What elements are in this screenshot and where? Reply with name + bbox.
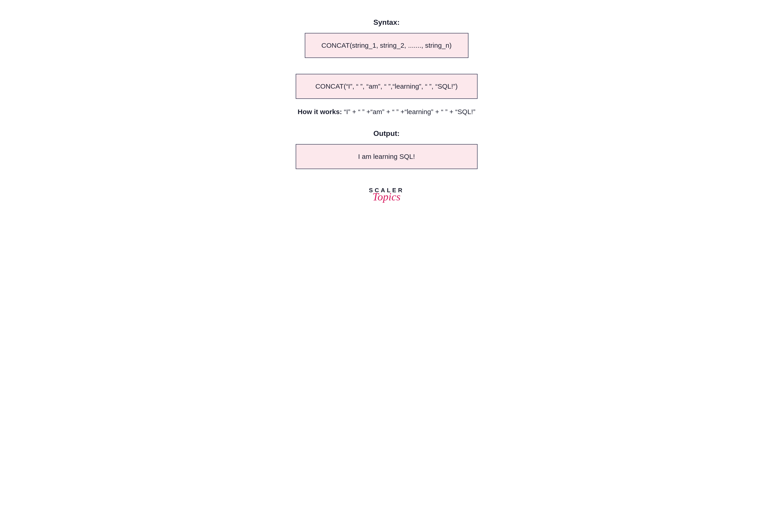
- example-box: CONCAT(“I”, “ ”, “am”, “ ”,“learning”, “…: [296, 74, 478, 99]
- logo-topics-text: Topics: [373, 191, 401, 202]
- syntax-heading: Syntax:: [373, 18, 400, 27]
- syntax-box: CONCAT(string_1, string_2, ......., stri…: [305, 33, 468, 58]
- how-it-works-line: How it works: “I” + “ ” +“am” + “ ” +“le…: [298, 108, 475, 116]
- output-heading: Output:: [373, 129, 400, 138]
- output-box: I am learning SQL!: [296, 144, 478, 169]
- how-it-works-label: How it works:: [298, 108, 344, 115]
- scaler-topics-logo: SCALER Topics: [369, 187, 404, 202]
- how-it-works-content: “I” + “ ” +“am” + “ ” +“learning” + “ ” …: [344, 108, 475, 115]
